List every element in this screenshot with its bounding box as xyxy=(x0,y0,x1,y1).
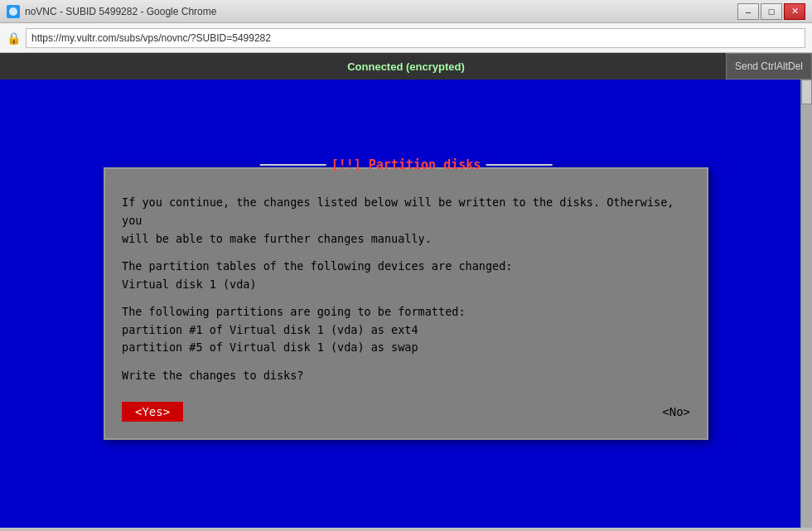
url-input[interactable] xyxy=(26,28,805,48)
no-button[interactable]: <No> xyxy=(662,405,690,418)
vnc-scrollbar[interactable] xyxy=(800,80,812,528)
title-line-left xyxy=(260,164,326,166)
minimize-button[interactable]: – xyxy=(737,3,759,20)
browser-title-bar: noVNC - SUBID 5499282 - Google Chrome – … xyxy=(0,0,812,23)
address-bar: 🔒 xyxy=(0,23,812,53)
dialog-confirm-text: Write the changes to disks? xyxy=(122,367,690,385)
window-controls: – □ ✕ xyxy=(737,3,805,20)
dialog-buttons: <Yes> <No> xyxy=(122,402,690,422)
title-line-right xyxy=(486,164,552,166)
dialog-title: [!!] Partition disks xyxy=(331,157,481,172)
svg-point-0 xyxy=(9,7,17,16)
dialog-line1: If you continue, the changes listed belo… xyxy=(122,194,690,248)
ctrl-alt-del-button[interactable]: Send CtrlAltDel xyxy=(726,53,812,80)
lock-icon: 🔒 xyxy=(7,31,21,45)
maximize-button[interactable]: □ xyxy=(761,3,782,20)
browser-title: noVNC - SUBID 5499282 - Google Chrome xyxy=(25,6,737,17)
dialog-partition-tables: The partition tables of the following de… xyxy=(122,258,690,293)
dialog-partitions: The following partitions are going to be… xyxy=(122,303,690,357)
partition-dialog: [!!] Partition disks If you continue, th… xyxy=(104,167,708,439)
connection-status: Connected (encrypted) xyxy=(347,60,465,73)
yes-button[interactable]: <Yes> xyxy=(122,402,183,422)
dialog-title-bar: [!!] Partition disks xyxy=(260,157,553,172)
browser-icon xyxy=(7,5,20,18)
close-button[interactable]: ✕ xyxy=(784,3,805,20)
novnc-toolbar: Connected (encrypted) Send CtrlAltDel xyxy=(0,53,812,80)
dialog-body: If you continue, the changes listed belo… xyxy=(122,186,690,384)
vnc-screen: [!!] Partition disks If you continue, th… xyxy=(0,80,812,528)
scrollbar-thumb[interactable] xyxy=(801,80,812,104)
